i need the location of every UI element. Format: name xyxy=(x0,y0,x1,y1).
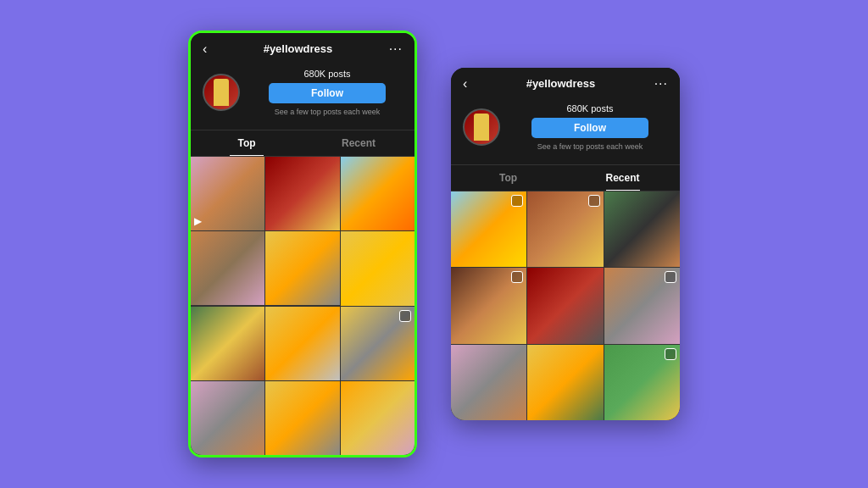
grid-item[interactable] xyxy=(265,157,339,230)
more-icon-left[interactable]: ··· xyxy=(389,42,403,57)
grid-item[interactable] xyxy=(451,345,526,420)
tab-recent-right[interactable]: Recent xyxy=(565,165,680,191)
right-follow-button[interactable]: Follow xyxy=(531,118,648,138)
right-see-few: See a few top posts each week xyxy=(537,142,643,151)
right-profile-section: 680K posts Follow See a few top posts ea… xyxy=(451,97,680,164)
grid-item[interactable]: ▶ xyxy=(191,157,264,230)
phone-left: ‹ #yellowdress ··· 680K posts Follow See… xyxy=(188,30,417,458)
right-grid xyxy=(451,191,680,420)
phone-right: ‹ #yellowdress ··· 680K posts Follow See… xyxy=(451,68,680,420)
tab-top-right[interactable]: Top xyxy=(451,165,565,191)
left-follow-button[interactable]: Follow xyxy=(269,83,386,103)
multi-badge xyxy=(665,271,676,283)
right-tabs: Top Recent xyxy=(451,164,680,191)
right-header: ‹ #yellowdress ··· xyxy=(451,68,680,97)
tab-top-left[interactable]: Top xyxy=(191,130,303,156)
grid-item[interactable] xyxy=(527,191,603,267)
grid-item[interactable] xyxy=(265,231,339,305)
grid-item[interactable] xyxy=(451,268,526,343)
left-see-few: See a few top posts each week xyxy=(275,108,381,116)
grid-item[interactable] xyxy=(265,381,339,455)
right-avatar xyxy=(463,108,500,146)
grid-item[interactable] xyxy=(265,307,339,380)
grid-item[interactable] xyxy=(451,191,526,267)
grid-item[interactable] xyxy=(604,268,680,343)
multi-badge xyxy=(511,195,523,207)
grid-item[interactable] xyxy=(604,345,680,420)
left-tabs: Top Recent xyxy=(191,130,415,157)
grid-item[interactable] xyxy=(341,307,415,380)
grid-item[interactable] xyxy=(191,381,264,455)
grid-item[interactable] xyxy=(191,307,264,380)
left-avatar xyxy=(203,74,240,111)
right-posts-count: 680K posts xyxy=(566,103,613,114)
grid-item[interactable] xyxy=(604,191,680,267)
left-posts-count: 680K posts xyxy=(303,69,350,79)
left-header: ‹ #yellowdress ··· xyxy=(191,33,415,62)
left-profile-section: 680K posts Follow See a few top posts ea… xyxy=(191,62,415,130)
multi-badge xyxy=(588,195,600,207)
grid-item[interactable] xyxy=(191,231,264,305)
multi-badge xyxy=(665,348,676,360)
grid-item[interactable] xyxy=(527,345,603,420)
left-profile-info: 680K posts Follow See a few top posts ea… xyxy=(252,69,403,116)
grid-item[interactable] xyxy=(341,381,415,455)
hashtag-title-left: #yellowdress xyxy=(207,42,388,55)
left-profile-row: 680K posts Follow See a few top posts ea… xyxy=(203,69,403,116)
grid-item[interactable] xyxy=(527,268,603,343)
more-icon-right[interactable]: ··· xyxy=(654,76,668,92)
right-profile-row: 680K posts Follow See a few top posts ea… xyxy=(463,103,668,151)
multi-badge xyxy=(399,310,411,322)
grid-item[interactable] xyxy=(341,157,415,230)
grid-item[interactable] xyxy=(341,231,415,305)
left-grid: ▶ xyxy=(191,157,415,455)
play-icon: ▶ xyxy=(194,215,202,227)
right-profile-info: 680K posts Follow See a few top posts ea… xyxy=(512,103,668,151)
tab-recent-left[interactable]: Recent xyxy=(303,130,415,156)
hashtag-title-right: #yellowdress xyxy=(467,77,654,90)
multi-badge xyxy=(511,271,523,283)
